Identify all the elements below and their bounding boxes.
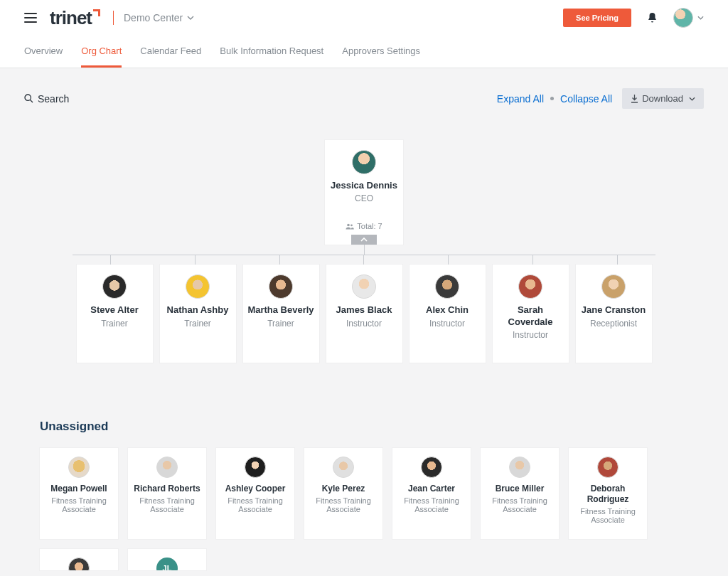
tabs: OverviewOrg ChartCalendar FeedBulk Infor… <box>0 36 728 68</box>
avatar <box>245 457 266 478</box>
divider <box>113 11 114 25</box>
report-count: Total: 7 <box>331 222 397 230</box>
avatar <box>269 274 293 299</box>
chevron-down-icon <box>187 16 194 20</box>
chevron-down-icon <box>689 97 695 101</box>
unassigned-card[interactable]: Megan PowellFitness Training Associate <box>40 448 118 539</box>
person-name: Jane Cranston <box>580 304 648 316</box>
unassigned-card[interactable]: Bruce MillerFitness Training Associate <box>481 448 559 539</box>
org-child-card[interactable]: Jane CranstonReceptionist <box>576 265 652 363</box>
avatar <box>352 274 376 299</box>
topbar: trinet Demo Center See Pricing <box>0 0 728 36</box>
connector <box>364 245 365 255</box>
person-role: Instructor <box>331 319 398 329</box>
unassigned-card[interactable]: Jean CarterFitness Training Associate <box>392 448 471 539</box>
chevron-up-icon <box>360 238 368 242</box>
person-role: Fitness Training Associate <box>44 496 114 513</box>
org-children-row: Steve AlterTrainerNathan AshbyTrainerMar… <box>24 265 704 363</box>
person-role: Fitness Training Associate <box>485 496 555 513</box>
avatar <box>509 457 530 478</box>
avatar <box>518 274 542 299</box>
people-icon <box>346 223 354 230</box>
workspace-switcher[interactable]: Demo Center <box>124 12 194 23</box>
person-name: Nathan Ashby <box>164 304 232 316</box>
org-child-card[interactable]: James BlackInstructor <box>326 265 402 363</box>
unassigned-card[interactable] <box>40 549 118 570</box>
user-menu[interactable] <box>673 8 704 28</box>
org-chart: Jessica Dennis CEO Total: 7 Steve AlterT… <box>0 109 728 363</box>
download-button[interactable]: Download <box>622 88 704 109</box>
person-role: CEO <box>331 193 397 203</box>
unassigned-card[interactable]: Deborah RodriguezFitness Training Associ… <box>569 448 647 539</box>
unassigned-card[interactable]: Richard RobertsFitness Training Associat… <box>128 448 206 539</box>
org-child-card[interactable]: Steve AlterTrainer <box>77 265 153 363</box>
person-role: Fitness Training Associate <box>573 507 643 524</box>
person-role: Trainer <box>164 319 232 329</box>
svg-point-2 <box>347 223 350 226</box>
person-name: Bruce Miller <box>485 484 555 494</box>
person-name: Jessica Dennis <box>331 180 397 191</box>
tab-org-chart[interactable]: Org Chart <box>81 36 122 68</box>
person-role: Fitness Training Associate <box>220 496 290 513</box>
avatar <box>186 274 210 299</box>
person-name: Ashley Cooper <box>220 484 290 494</box>
notifications-icon[interactable] <box>647 12 658 23</box>
brand-text: trinet <box>50 9 92 27</box>
search-icon <box>24 94 33 103</box>
tab-overview[interactable]: Overview <box>24 36 63 68</box>
person-name: Alex Chin <box>414 304 481 316</box>
tab-approvers-settings[interactable]: Approvers Settings <box>342 36 420 68</box>
user-avatar <box>673 8 693 28</box>
menu-icon[interactable] <box>24 13 37 23</box>
unassigned-card[interactable]: Ashley CooperFitness Training Associate <box>216 448 294 539</box>
collapse-all-link[interactable]: Collapse All <box>560 93 612 105</box>
unassigned-grid: Megan PowellFitness Training AssociateRi… <box>40 448 688 539</box>
org-child-card[interactable]: Martha BeverlyTrainer <box>243 265 319 363</box>
download-label: Download <box>642 93 683 104</box>
avatar-initials: JL <box>156 558 178 570</box>
collapse-toggle[interactable] <box>351 235 377 245</box>
search-label: Search <box>38 93 69 105</box>
person-name: James Black <box>331 304 398 316</box>
dot-separator <box>550 97 554 100</box>
unassigned-section: Unassigned Megan PowellFitness Training … <box>0 363 728 570</box>
person-name: Sarah Coverdale <box>497 304 564 328</box>
unassigned-card[interactable]: JL <box>128 549 206 570</box>
controls-row: Search Expand All Collapse All Download <box>0 68 728 109</box>
tab-calendar-feed[interactable]: Calendar Feed <box>140 36 201 68</box>
avatar <box>68 457 90 478</box>
person-name: Deborah Rodriguez <box>573 484 643 505</box>
app-root: trinet Demo Center See Pricing OverviewO… <box>0 0 728 576</box>
person-name: Martha Beverly <box>247 304 315 316</box>
unassigned-overflow-row: JL <box>40 549 688 570</box>
person-role: Fitness Training Associate <box>132 496 202 513</box>
org-child-card[interactable]: Alex ChinInstructor <box>410 265 486 363</box>
avatar <box>601 274 626 299</box>
person-role: Fitness Training Associate <box>397 496 466 513</box>
workspace-name: Demo Center <box>124 12 183 23</box>
unassigned-heading: Unassigned <box>40 420 688 434</box>
person-name: Megan Powell <box>44 484 114 494</box>
download-icon <box>631 95 638 103</box>
search-button[interactable]: Search <box>24 93 69 105</box>
tab-bulk-information-request[interactable]: Bulk Information Request <box>220 36 323 68</box>
chevron-down-icon <box>697 16 704 20</box>
org-root-card[interactable]: Jessica Dennis CEO Total: 7 <box>325 140 403 245</box>
org-child-card[interactable]: Nathan AshbyTrainer <box>160 265 236 363</box>
avatar <box>68 558 90 570</box>
see-pricing-button[interactable]: See Pricing <box>563 9 631 27</box>
svg-line-1 <box>31 100 33 103</box>
person-role: Instructor <box>497 330 564 340</box>
person-name: Kyle Perez <box>309 484 378 494</box>
brand-logo[interactable]: trinet <box>50 9 100 27</box>
avatar <box>333 457 354 478</box>
person-name: Richard Roberts <box>132 484 202 494</box>
avatar <box>421 457 442 478</box>
connector-rail <box>73 255 655 265</box>
expand-all-link[interactable]: Expand All <box>497 93 544 105</box>
unassigned-card[interactable]: Kyle PerezFitness Training Associate <box>304 448 382 539</box>
svg-point-3 <box>350 224 353 226</box>
avatar <box>352 150 376 174</box>
avatar <box>435 274 459 299</box>
org-child-card[interactable]: Sarah CoverdaleInstructor <box>493 265 569 363</box>
